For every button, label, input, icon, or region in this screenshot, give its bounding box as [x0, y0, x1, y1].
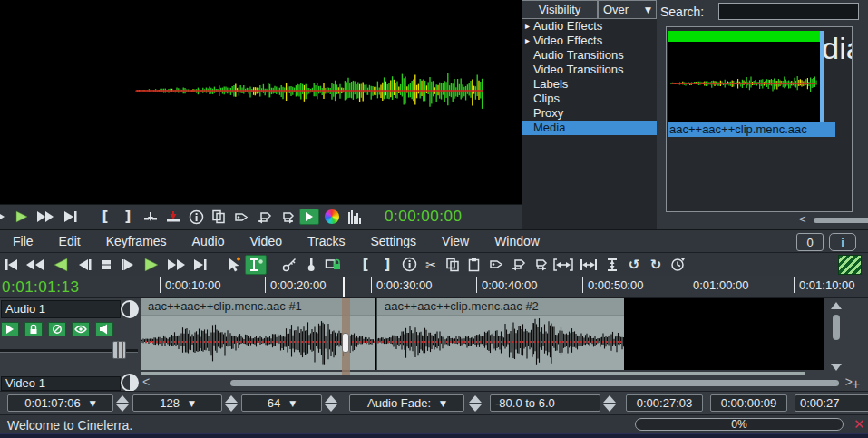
- in-point-button[interactable]: [: [95, 207, 115, 227]
- expand-arrow-icon[interactable]: ▸: [522, 34, 533, 48]
- scroll-up-icon[interactable]: [831, 302, 842, 309]
- folder-item-proxy[interactable]: Proxy: [522, 106, 657, 121]
- overlays-icon[interactable]: [838, 255, 862, 275]
- rewind-button[interactable]: [2, 255, 22, 275]
- track-title-video[interactable]: Video 1: [1, 376, 121, 391]
- insertion-point-handle[interactable]: [342, 333, 349, 353]
- copy-button[interactable]: [209, 207, 229, 227]
- fit-autos-button[interactable]: [577, 255, 600, 275]
- play-clip-button[interactable]: [299, 207, 319, 227]
- clip-info-button[interactable]: [399, 255, 419, 275]
- stop-button[interactable]: [96, 255, 116, 275]
- prev-label-button[interactable]: [254, 207, 274, 227]
- track-vertical-scrollbar[interactable]: [829, 300, 844, 374]
- folder-item-video-effects[interactable]: ▸Video Effects: [522, 34, 657, 48]
- menu-tracks[interactable]: Tracks: [295, 234, 357, 248]
- sample-zoom-spinner[interactable]: [224, 394, 239, 412]
- folder-item-clips[interactable]: Clips: [522, 92, 657, 106]
- scroll-left-icon[interactable]: <: [142, 375, 150, 389]
- timeline-horizontal-scrollbar[interactable]: < >: [142, 376, 853, 389]
- next-label-button[interactable]: [530, 255, 550, 275]
- lock-labels-button[interactable]: [323, 255, 343, 275]
- out-point-button[interactable]: ]: [377, 255, 397, 275]
- search-input[interactable]: [718, 3, 859, 20]
- out-point-button[interactable]: ]: [118, 207, 138, 227]
- selection-end-field[interactable]: 0:00:27: [795, 394, 868, 412]
- cut-button[interactable]: ✂: [421, 255, 441, 275]
- folder-item-media[interactable]: Media: [522, 121, 657, 135]
- folder-item-audio-effects[interactable]: ▸Audio Effects: [522, 19, 657, 34]
- arrow-tool-button[interactable]: [223, 255, 243, 275]
- audio-clip-1[interactable]: aac++aac++clip.menc.aac #1: [141, 298, 375, 370]
- menu-keyframes[interactable]: Keyframes: [93, 234, 180, 248]
- automation-range-field[interactable]: -80.0 to 6.0: [490, 394, 600, 412]
- selection-length-field[interactable]: 0:00:00:09: [710, 394, 787, 412]
- track-draw-button[interactable]: [72, 322, 90, 336]
- frame-reverse-button[interactable]: [74, 255, 94, 275]
- scroll-down-icon[interactable]: [831, 364, 842, 371]
- fast-forward-button[interactable]: [165, 255, 189, 275]
- automation-spinner[interactable]: [468, 394, 483, 412]
- range-spinner[interactable]: [602, 394, 617, 412]
- histogram-button[interactable]: [345, 207, 365, 227]
- track-expander-icon[interactable]: [121, 300, 139, 318]
- amplitude-spinner[interactable]: [324, 394, 338, 412]
- session-number-button[interactable]: 0: [796, 233, 824, 251]
- overwrite-button[interactable]: [163, 207, 183, 227]
- fast-reverse-button[interactable]: [24, 255, 47, 275]
- fit-selection-button[interactable]: [551, 255, 575, 275]
- jump-end-button[interactable]: [61, 207, 81, 227]
- automation-type-dropdown[interactable]: Audio Fade:▼: [349, 394, 464, 412]
- info-button[interactable]: i: [829, 233, 856, 251]
- cancel-icon[interactable]: ✕: [853, 416, 865, 433]
- track-title-audio[interactable]: Audio 1: [1, 300, 121, 318]
- menu-settings[interactable]: Settings: [357, 234, 429, 248]
- sample-zoom-dropdown[interactable]: 128▼: [132, 394, 222, 412]
- viewer-canvas[interactable]: [0, 0, 522, 204]
- fit-height-button[interactable]: [602, 255, 622, 275]
- amplitude-dropdown[interactable]: 64▼: [241, 394, 322, 412]
- expand-arrow-icon[interactable]: ▸: [522, 19, 533, 34]
- in-point-button[interactable]: [: [356, 255, 375, 275]
- fast-forward-button[interactable]: [34, 207, 58, 227]
- folder-item-video-transitions[interactable]: Video Transitions: [522, 63, 657, 77]
- timebar[interactable]: 0:01:01:13 0:00:10:000:00:20:000:00:30:0…: [0, 276, 868, 298]
- asset-thumbnail[interactable]: [668, 31, 824, 122]
- next-label-button[interactable]: [277, 207, 297, 227]
- menu-video[interactable]: Video: [237, 234, 295, 248]
- menu-view[interactable]: View: [429, 234, 482, 248]
- menu-window[interactable]: Window: [482, 234, 552, 248]
- time-ruler[interactable]: 0:00:10:000:00:20:000:00:30:000:00:40:00…: [141, 276, 868, 297]
- duration-zoom-dropdown[interactable]: 0:01:07:06▼: [7, 394, 113, 412]
- folder-item-audio-transitions[interactable]: Audio Transitions: [522, 48, 657, 63]
- track-expander-icon[interactable]: [121, 374, 139, 392]
- copy-button[interactable]: [443, 255, 463, 275]
- redo-button[interactable]: ↻: [646, 255, 666, 275]
- folder-item-labels[interactable]: Labels: [522, 77, 657, 92]
- over-dropdown[interactable]: Over ▼: [598, 0, 657, 19]
- track-play-button[interactable]: [1, 322, 19, 336]
- scroll-thumb[interactable]: [230, 380, 839, 386]
- ibeam-tool-button[interactable]: [245, 255, 267, 275]
- menu-file[interactable]: File: [0, 234, 46, 248]
- track-mute-button[interactable]: [95, 322, 113, 336]
- undo-button[interactable]: ↺: [624, 255, 644, 275]
- keyframe-button[interactable]: [279, 255, 299, 275]
- splice-button[interactable]: [141, 207, 161, 227]
- prev-label-button[interactable]: [508, 255, 528, 275]
- asset-horizontal-scrollbar[interactable]: < >: [797, 215, 868, 226]
- play-button[interactable]: [140, 255, 163, 275]
- track-arm-button[interactable]: [24, 322, 43, 336]
- asset-name[interactable]: aac++aac++clip.menc.aac: [668, 122, 835, 137]
- frame-forward-button[interactable]: [0, 207, 9, 227]
- duration-spinner[interactable]: [115, 394, 130, 412]
- timeline-canvas[interactable]: aac++aac++clip.menc.aac #1 aac++aac++cli…: [141, 298, 824, 370]
- selection-start-field[interactable]: 0:00:27:03: [626, 394, 703, 412]
- play-button[interactable]: [12, 207, 32, 227]
- menu-edit[interactable]: Edit: [46, 234, 93, 248]
- frame-forward-button[interactable]: [118, 255, 138, 275]
- audio-clip-2[interactable]: aac++aac++clip.menc.aac #2: [376, 298, 624, 370]
- scroll-thumb[interactable]: [814, 218, 868, 223]
- visibility-header[interactable]: Visibility: [522, 0, 598, 19]
- menu-audio[interactable]: Audio: [180, 234, 238, 248]
